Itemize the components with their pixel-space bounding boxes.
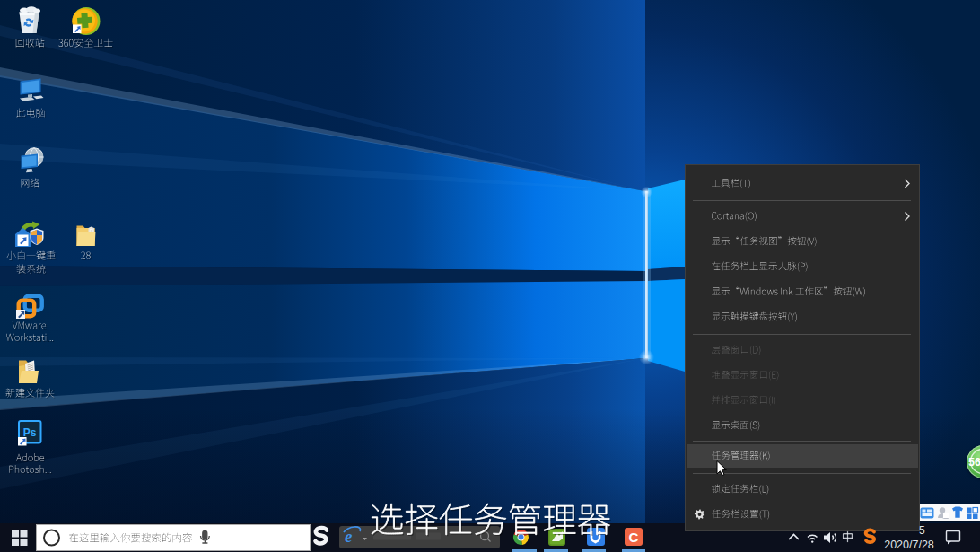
svg-text:56: 56	[968, 456, 980, 469]
svg-text:C: C	[629, 530, 639, 545]
svg-text:2020/7/28: 2020/7/28	[884, 539, 934, 551]
svg-text:5: 5	[919, 524, 925, 537]
svg-text:Ps: Ps	[23, 426, 37, 439]
